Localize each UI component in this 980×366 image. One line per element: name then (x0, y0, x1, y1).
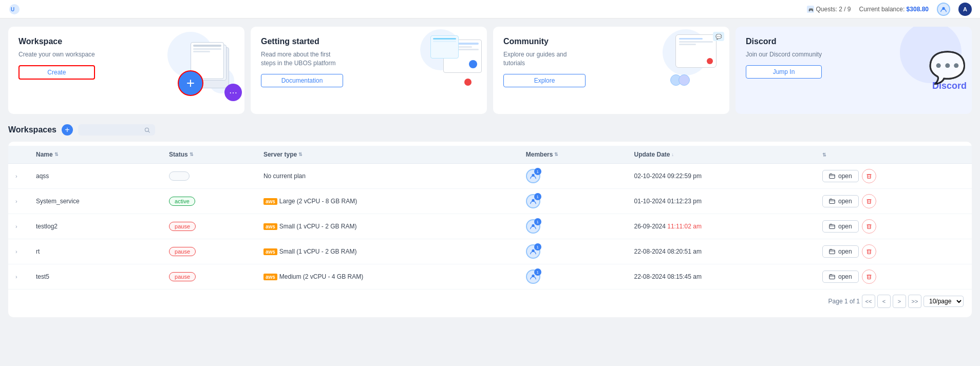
table-header: Name ⇅ Status ⇅ Server t (8, 146, 972, 164)
workspaces-table-wrap: Name ⇅ Status ⇅ Server t (8, 142, 972, 317)
search-box (78, 124, 155, 136)
balance-info: Current balance: $308.80 (859, 6, 929, 13)
community-card: Community Explore our guides and tutoria… (493, 27, 729, 114)
open-button[interactable]: open (822, 195, 859, 207)
expand-button[interactable]: › (15, 173, 17, 179)
getting-started-desc: Read more about the first steps in the U… (261, 50, 343, 68)
topbar-left: U (8, 3, 21, 15)
expand-button[interactable]: › (15, 223, 17, 229)
member-avatar: 1 (526, 169, 540, 183)
col-server-type[interactable]: Server type ⇅ (256, 146, 519, 164)
documentation-button[interactable]: Documentation (261, 74, 343, 87)
folder-icon (829, 274, 835, 280)
getting-started-content: Getting started Read more about the firs… (261, 37, 343, 87)
per-page-select[interactable]: 10/page 20/page 50/page (924, 296, 964, 307)
create-button[interactable]: Create (18, 65, 95, 80)
first-page-button[interactable]: << (862, 295, 875, 308)
delete-button[interactable] (862, 219, 876, 234)
svg-rect-13 (830, 200, 835, 204)
next-page-button[interactable]: > (893, 295, 906, 308)
workspace-card: Workspace Create your own workspace Crea… (8, 27, 244, 114)
row-name: System_service (29, 189, 162, 214)
open-button[interactable]: open (822, 170, 859, 182)
delete-button[interactable] (862, 169, 876, 183)
server-type-label: Small (1 vCPU - 2 GB RAM) (279, 248, 357, 255)
jump-in-button[interactable]: Jump In (746, 65, 822, 79)
col-members[interactable]: Members ⇅ (519, 146, 627, 164)
row-status: pause (162, 264, 256, 290)
row-server-type: awsMedium (2 vCPU - 4 GB RAM) (256, 264, 519, 290)
svg-rect-28 (830, 275, 835, 279)
topbar: U 🎮 Quests: 2 / 9 Current balance: $308.… (0, 0, 980, 18)
member-avatar: 1 (526, 244, 540, 259)
expand-button[interactable]: › (15, 248, 17, 255)
discord-desc: Join our Discord community (746, 50, 822, 59)
member-count-badge: 1 (534, 193, 541, 200)
getting-started-title: Getting started (261, 37, 343, 46)
table-row: ›aqss No current plan102-10-2024 09:22:5… (8, 164, 972, 189)
row-actions: open (815, 189, 972, 214)
trash-icon (866, 274, 872, 280)
section-title: Workspaces (8, 125, 56, 134)
workspace-card-desc: Create your own workspace (18, 50, 95, 59)
ubos-logo: U (8, 3, 21, 15)
row-status: active (162, 189, 256, 214)
delete-button[interactable] (862, 269, 876, 284)
quests-info: 🎮 Quests: 2 / 9 (807, 6, 851, 13)
member-count-badge: 1 (534, 218, 541, 225)
quests-label: Quests: 2 / 9 (816, 6, 851, 13)
avatar[interactable]: A (958, 3, 972, 16)
main-content: Workspace Create your own workspace Crea… (0, 18, 980, 325)
trash-icon (866, 223, 872, 229)
search-icon (144, 127, 150, 133)
user-svg (940, 6, 947, 13)
trash-icon (866, 248, 872, 255)
svg-rect-19 (868, 225, 871, 229)
table-row: ›test5pauseawsMedium (2 vCPU - 4 GB RAM)… (8, 264, 972, 290)
open-button[interactable]: open (822, 245, 859, 258)
expand-button[interactable]: › (15, 198, 17, 204)
server-type-label: Large (2 vCPU - 8 GB RAM) (279, 198, 357, 205)
aws-icon: aws (263, 223, 277, 230)
svg-text:U: U (11, 7, 14, 12)
col-name[interactable]: Name ⇅ (29, 146, 162, 164)
discord-illustration: 💬 Discord (928, 49, 967, 91)
explore-button[interactable]: Explore (503, 74, 586, 87)
folder-icon (829, 198, 835, 204)
table-row: ›testlog2pauseawsSmall (1 vCPU - 2 GB RA… (8, 214, 972, 239)
section-header: Workspaces + (8, 124, 972, 136)
svg-line-6 (148, 131, 149, 132)
col-update-date[interactable]: Update Date ↓ (627, 146, 815, 164)
svg-rect-23 (830, 250, 835, 254)
last-page-button[interactable]: >> (908, 295, 921, 308)
status-badge (169, 171, 190, 181)
aws-icon: aws (263, 274, 277, 280)
expand-button[interactable]: › (15, 274, 17, 280)
col-status[interactable]: Status ⇅ (162, 146, 256, 164)
status-badge: pause (169, 222, 196, 231)
prev-page-button[interactable]: < (877, 295, 891, 308)
row-name: test5 (29, 264, 162, 290)
search-input[interactable] (83, 126, 141, 133)
user-icon[interactable] (937, 3, 950, 16)
open-button[interactable]: open (822, 271, 859, 283)
member-avatar: 1 (526, 219, 540, 234)
col-actions[interactable]: ⇅ (815, 146, 972, 164)
table-body: ›aqss No current plan102-10-2024 09:22:5… (8, 164, 972, 290)
row-actions: open (815, 214, 972, 239)
cards-row: Workspace Create your own workspace Crea… (8, 27, 972, 114)
row-update-date: 01-10-2024 01:12:23 pm (627, 189, 815, 214)
delete-button[interactable] (862, 244, 876, 259)
row-members: 1 (519, 189, 627, 214)
workspace-card-title: Workspace (18, 37, 95, 46)
plus-circle[interactable]: + (178, 70, 203, 96)
trash-icon (866, 198, 872, 204)
add-workspace-button[interactable]: + (62, 124, 73, 136)
delete-button[interactable] (862, 194, 876, 208)
row-status (162, 164, 256, 189)
open-button[interactable]: open (822, 220, 859, 233)
row-status: pause (162, 239, 256, 264)
folder-icon (829, 173, 835, 179)
pagination: Page 1 of 1 << < > >> 10/page 20/page 50… (8, 290, 972, 313)
row-name: rt (29, 239, 162, 264)
